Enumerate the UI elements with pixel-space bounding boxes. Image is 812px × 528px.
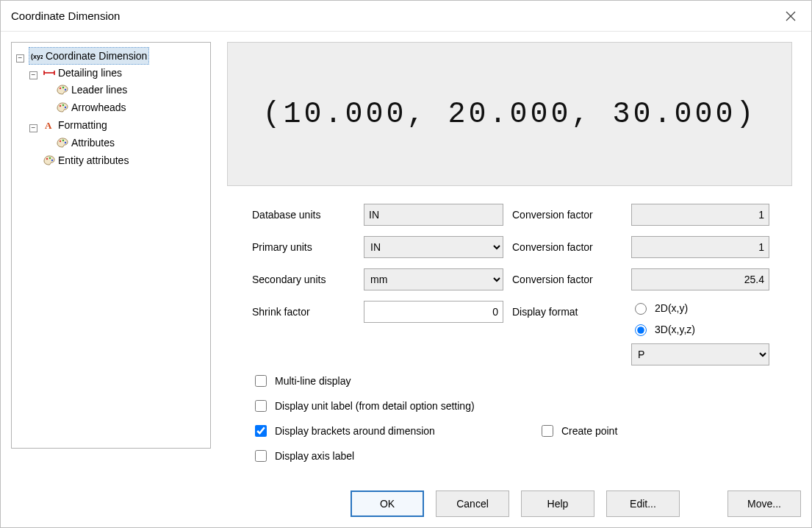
check-multiline[interactable]: Multi-line display	[252, 373, 539, 389]
label-conv-db: Conversion factor	[512, 209, 593, 221]
tree-label-attributes: Attributes	[71, 135, 115, 151]
tree-formatting[interactable]: A Formatting	[42, 117, 109, 133]
palette-icon	[43, 154, 55, 166]
titlebar: Coordinate Dimension	[1, 1, 811, 32]
check-axis-label-label: Display axis label	[275, 450, 354, 462]
svg-point-1	[60, 88, 61, 89]
tree-label-detailing: Detailing lines	[58, 65, 122, 81]
select-primary-units[interactable]: IN	[364, 236, 503, 258]
tree-root[interactable]: (xyz) Coordinate Dimension	[29, 47, 150, 65]
check-grid: Multi-line display Display unit label (f…	[227, 365, 801, 464]
svg-point-8	[60, 140, 61, 142]
label-conv-secondary: Conversion factor	[512, 274, 593, 285]
label-shrink-factor: Shrink factor	[252, 306, 310, 318]
tree-panel: − (xyz) Coordinate Dimension −	[11, 42, 211, 449]
check-axis-label-input[interactable]	[255, 450, 267, 462]
palette-icon	[57, 84, 68, 96]
check-axis-label[interactable]: Display axis label	[252, 448, 539, 464]
radio-3d-input[interactable]	[635, 324, 647, 336]
svg-point-6	[65, 107, 66, 108]
input-conv-primary[interactable]	[631, 236, 769, 258]
expander-formatting[interactable]: −	[29, 124, 37, 132]
check-unit-label-input[interactable]	[255, 400, 267, 412]
radio-3d-label: 3D(x,y,z)	[655, 324, 695, 335]
tree-label-arrowheads: Arrowheads	[71, 99, 126, 115]
input-shrink-factor[interactable]	[364, 301, 503, 323]
svg-text:(xyz): (xyz)	[31, 53, 43, 60]
window-title: Coordinate Dimension	[11, 10, 120, 22]
check-create-point-label: Create point	[561, 425, 617, 437]
dimension-icon	[43, 67, 55, 79]
svg-point-13	[51, 160, 53, 161]
tree-detailing[interactable]: Detailing lines	[42, 65, 123, 81]
tree-label-root: Coordinate Dimension	[46, 48, 148, 64]
preview-box: (10.000, 20.000, 30.000)	[227, 42, 792, 186]
expander-root[interactable]: −	[16, 54, 24, 63]
palette-icon	[57, 137, 68, 149]
check-create-point-input[interactable]	[542, 425, 553, 437]
palette-icon	[57, 101, 68, 113]
svg-point-3	[65, 89, 66, 90]
label-display-format: Display format	[512, 306, 578, 318]
check-unit-label-label: Display unit label (from detail option s…	[275, 400, 475, 412]
button-bar: OK Cancel Help Edit... Move...	[1, 474, 811, 527]
close-icon	[786, 11, 796, 21]
form-grid: Database units Conversion factor Primary…	[227, 186, 801, 365]
radio-2d-input[interactable]	[635, 303, 647, 315]
label-primary-units: Primary units	[252, 241, 312, 253]
check-multiline-label: Multi-line display	[275, 375, 351, 387]
tree-attributes[interactable]: Attributes	[55, 135, 116, 151]
tree-label-formatting: Formatting	[58, 117, 107, 133]
expander-detailing[interactable]: −	[29, 71, 37, 79]
select-format-letter[interactable]: P	[631, 343, 769, 365]
check-multiline-input[interactable]	[255, 375, 267, 387]
dialog-coordinate-dimension: Coordinate Dimension − (xyz) Coordinate …	[0, 0, 812, 528]
tree-leader[interactable]: Leader lines	[55, 82, 129, 98]
tree-entity-attributes[interactable]: Entity attributes	[42, 152, 131, 168]
label-database-units: Database units	[252, 209, 320, 221]
radio-2d[interactable]: 2D(x,y)	[631, 301, 769, 315]
check-brackets-label: Display brackets around dimension	[275, 425, 435, 437]
right-pane: (10.000, 20.000, 30.000) Database units …	[227, 42, 801, 474]
tree-label-entity-attributes: Entity attributes	[58, 152, 129, 168]
input-conv-db[interactable]	[631, 204, 769, 226]
radio-2d-label: 2D(x,y)	[655, 302, 688, 314]
xyz-icon: (xyz)	[31, 50, 43, 62]
move-button[interactable]: Move...	[727, 490, 801, 517]
svg-point-4	[60, 105, 61, 107]
text-a-icon: A	[43, 119, 55, 131]
check-brackets[interactable]: Display brackets around dimension	[252, 423, 539, 439]
ok-button[interactable]: OK	[351, 490, 424, 517]
svg-point-5	[62, 104, 64, 106]
select-secondary-units[interactable]: mm	[364, 268, 503, 290]
preview-text: (10.000, 20.000, 30.000)	[262, 98, 756, 131]
label-secondary-units: Secondary units	[252, 274, 326, 285]
svg-point-9	[62, 140, 64, 141]
svg-point-2	[62, 87, 64, 88]
svg-text:A: A	[45, 120, 52, 130]
input-database-units[interactable]	[364, 204, 503, 226]
label-conv-primary: Conversion factor	[512, 241, 593, 253]
input-conv-secondary[interactable]	[631, 268, 769, 290]
svg-point-11	[46, 158, 48, 160]
check-brackets-input[interactable]	[255, 425, 267, 437]
svg-point-10	[65, 142, 66, 143]
tree-label-leader: Leader lines	[71, 82, 127, 98]
tree-arrowheads[interactable]: Arrowheads	[55, 99, 128, 115]
check-create-point[interactable]: Create point	[539, 423, 792, 439]
help-button[interactable]: Help	[521, 490, 594, 517]
edit-button[interactable]: Edit...	[606, 490, 680, 517]
close-button[interactable]	[780, 6, 801, 26]
svg-point-12	[49, 157, 51, 159]
check-unit-label[interactable]: Display unit label (from detail option s…	[252, 398, 539, 414]
radio-3d[interactable]: 3D(x,y,z)	[631, 322, 769, 336]
cancel-button[interactable]: Cancel	[436, 490, 509, 517]
